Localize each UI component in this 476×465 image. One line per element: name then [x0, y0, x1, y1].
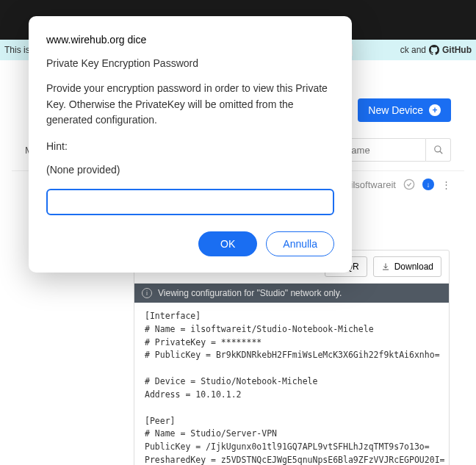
- dialog-subtitle: Private Key Encryption Password: [46, 57, 334, 69]
- info-icon: i: [142, 288, 152, 298]
- dialog-buttons: OK Annulla: [46, 231, 334, 256]
- svg-line-1: [439, 151, 442, 154]
- options-icon[interactable]: ⋮: [441, 179, 451, 190]
- github-label: GitHub: [442, 45, 472, 55]
- download-circle-icon[interactable]: ↓: [422, 179, 434, 190]
- config-panel: QR Download i Viewing configuration for …: [134, 250, 450, 465]
- svg-point-0: [434, 146, 440, 152]
- search-button[interactable]: [426, 138, 451, 162]
- download-tab[interactable]: Download: [373, 256, 441, 277]
- download-label: Download: [394, 262, 433, 272]
- dialog-text: Provide your encryption password in orde…: [46, 81, 334, 129]
- password-input[interactable]: [46, 189, 334, 215]
- check-circle-icon: [403, 179, 415, 190]
- notice-right: ck and GitHub: [400, 45, 472, 55]
- new-device-label: New Device: [368, 104, 423, 116]
- svg-point-3: [404, 179, 414, 189]
- dialog-hint-value: (None provided): [46, 164, 334, 176]
- config-header-text: Viewing configuration for "Studio" netwo…: [158, 288, 342, 298]
- prompt-dialog: www.wirehub.org dice Private Key Encrypt…: [29, 16, 352, 273]
- search-icon: [433, 145, 444, 155]
- config-body: [Interface] # Name = ilsoftwareit/Studio…: [134, 303, 449, 465]
- config-header: i Viewing configuration for "Studio" net…: [134, 284, 449, 303]
- new-device-button[interactable]: New Device +: [358, 98, 451, 122]
- download-icon: [381, 262, 390, 271]
- notice-left: This is: [4, 45, 30, 55]
- dialog-title: www.wirehub.org dice: [46, 34, 334, 46]
- cancel-button[interactable]: Annulla: [266, 231, 334, 256]
- ok-button[interactable]: OK: [198, 231, 257, 256]
- dialog-hint-label: Hint:: [46, 140, 334, 152]
- github-icon: [429, 45, 439, 55]
- device-user: ilsoftwareit: [351, 179, 396, 190]
- plus-icon: +: [429, 104, 441, 116]
- notice-right-prefix: ck and: [400, 45, 426, 55]
